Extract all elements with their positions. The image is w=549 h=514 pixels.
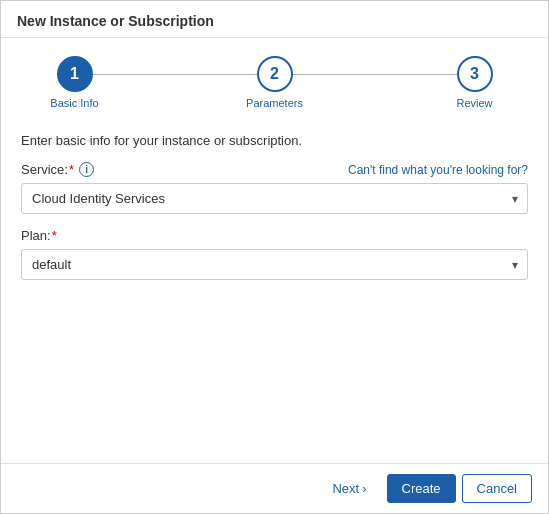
step-2: 2 Parameters [215, 56, 335, 109]
stepper: 1 Basic Info 2 Parameters 3 Review [1, 38, 548, 119]
step-1-label: Basic Info [50, 97, 98, 109]
step-3-label: Review [456, 97, 492, 109]
intro-text: Enter basic info for your instance or su… [21, 133, 528, 148]
service-field-row: Service: * i Can't find what you're look… [21, 162, 528, 177]
plan-select-wrapper: default ▾ [21, 249, 528, 280]
step-2-circle: 2 [257, 56, 293, 92]
modal-body: Enter basic info for your instance or su… [1, 119, 548, 463]
service-required-star: * [69, 162, 74, 177]
step-2-label: Parameters [246, 97, 303, 109]
connector-1-2 [135, 74, 215, 75]
step-1-circle: 1 [57, 56, 93, 92]
step-1: 1 Basic Info [15, 56, 135, 109]
next-button[interactable]: Next › [318, 475, 380, 502]
modal-header: New Instance or Subscription [1, 1, 548, 38]
create-button[interactable]: Create [387, 474, 456, 503]
service-info-icon[interactable]: i [79, 162, 94, 177]
connector-2-3 [335, 74, 415, 75]
modal-container: New Instance or Subscription 1 Basic Inf… [0, 0, 549, 514]
plan-select[interactable]: default [21, 249, 528, 280]
cancel-button[interactable]: Cancel [462, 474, 532, 503]
service-select-wrapper: Cloud Identity Services ▾ [21, 183, 528, 214]
plan-label: Plan: [21, 228, 51, 243]
service-select[interactable]: Cloud Identity Services [21, 183, 528, 214]
step-3: 3 Review [415, 56, 535, 109]
plan-field-row: Plan: * [21, 228, 528, 243]
service-label: Service: [21, 162, 68, 177]
step-3-circle: 3 [457, 56, 493, 92]
plan-required-star: * [52, 228, 57, 243]
modal-footer: Next › Create Cancel [1, 463, 548, 513]
modal-title: New Instance or Subscription [17, 13, 214, 29]
cant-find-link[interactable]: Can't find what you're looking for? [348, 163, 528, 177]
